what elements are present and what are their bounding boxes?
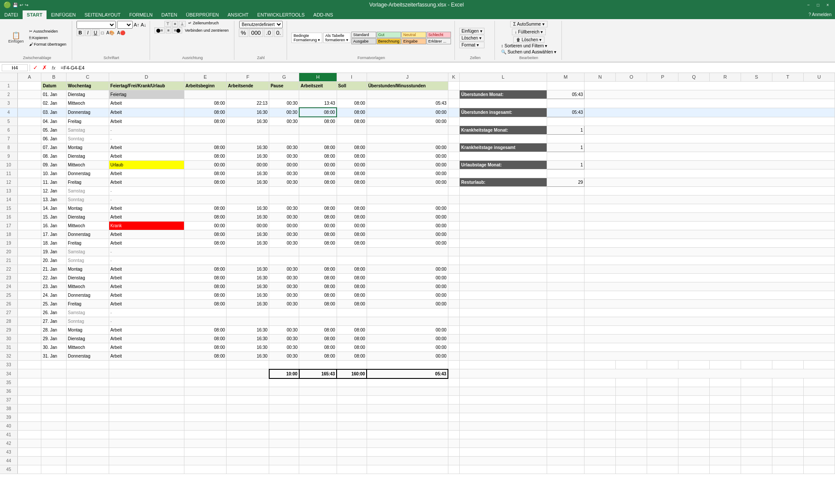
cell-G25[interactable]: 00:30 [269,291,299,300]
cell-L11[interactable] [459,169,547,178]
col-R-header[interactable]: R [710,73,741,82]
tab-ansicht[interactable]: ANSICHT [223,10,253,19]
cell-A6[interactable] [17,126,41,135]
tab-datei[interactable]: DATEI [0,10,23,19]
tab-addins[interactable]: ADD-INS [309,10,337,19]
cell-G23[interactable]: 00:30 [269,274,299,282]
cell-M27[interactable] [547,308,584,317]
formula-input[interactable] [59,64,833,71]
cell-C9[interactable]: Dienstag [67,152,109,161]
cell-J13[interactable] [367,187,448,196]
col-L-header[interactable]: L [459,73,547,82]
cell-C7[interactable]: Sonntag [67,135,109,143]
cell-B15[interactable]: 14. Jan [41,204,67,213]
cell-K28[interactable] [448,317,459,326]
cell-G17[interactable]: 00:00 [269,222,299,230]
cell-A11[interactable] [17,169,41,178]
cell-N2[interactable] [584,90,835,99]
btn-kopieren[interactable]: ⎘ Kopieren [27,35,68,41]
col-D-header[interactable]: D [109,73,184,82]
style-erklaerer[interactable]: Erklärer ... [427,38,451,44]
cell-I32[interactable]: 08:00 [337,352,367,361]
close-btn[interactable]: × [824,3,832,7]
cell-F28[interactable] [227,317,269,326]
cell-B13[interactable]: 12. Jan [41,187,67,196]
cell-H21[interactable] [299,256,337,265]
cell-G31[interactable]: 00:30 [269,343,299,352]
cell-J34[interactable]: 05:43 [367,369,448,378]
cell-M24[interactable] [547,282,584,291]
cell-B19[interactable]: 18. Jan [41,239,67,248]
btn-sortieren[interactable]: ↕ Sortieren und Filtern ▾ [499,43,558,49]
cell-B8[interactable]: 07. Jan [41,143,67,152]
cell-C31[interactable]: Mittwoch [67,343,109,352]
cell-N23[interactable] [584,274,835,282]
cell-C12[interactable]: Freitag [67,178,109,187]
cell-B1[interactable]: Datum [41,82,67,90]
cell-C4[interactable]: Donnerstag [67,108,109,117]
cell-G34[interactable]: 10:00 [269,369,299,378]
cell-B4[interactable]: 03. Jan [41,108,67,117]
cell-D30[interactable]: Arbeit [109,335,184,343]
cell-H2[interactable] [299,90,337,99]
cell-K19[interactable] [448,239,459,248]
cell-D16[interactable]: Arbeit [109,213,184,222]
cell-J29[interactable]: 00:00 [367,326,448,335]
col-N-header[interactable]: N [584,73,616,82]
dec-dec-btn[interactable]: 0. [274,29,283,37]
cell-L26[interactable] [459,300,547,308]
cell-B17[interactable]: 16. Jan [41,222,67,230]
cell-J2[interactable] [367,90,448,99]
cell-L2[interactable]: Überstunden Monat: [459,90,547,99]
cell-N19[interactable] [584,239,835,248]
cell-I24[interactable]: 08:00 [337,282,367,291]
cell-C2[interactable]: Dienstag [67,90,109,99]
btn-fuellbereich[interactable]: ↓ Füllbereich ▾ [512,29,546,35]
cell-A27[interactable] [17,308,41,317]
fx-button[interactable]: fx [50,65,57,70]
cell-I20[interactable] [337,248,367,256]
cell-I14[interactable] [337,196,367,204]
cell-J6[interactable] [367,126,448,135]
col-B-header[interactable]: B [41,73,67,82]
cell-F18[interactable]: 16:30 [227,230,269,239]
cell-E23[interactable]: 08:00 [184,274,227,282]
cell-E21[interactable] [184,256,227,265]
cell-C1[interactable]: Wochentag [67,82,109,90]
cell-D20[interactable]: - [109,248,184,256]
cell-L21[interactable] [459,256,547,265]
cell-E9[interactable]: 08:00 [184,152,227,161]
cell-A5[interactable] [17,117,41,126]
cell-M5[interactable] [547,117,584,126]
cell-J28[interactable] [367,317,448,326]
col-H-header[interactable]: H [299,73,337,82]
cell-M3[interactable] [547,99,584,108]
cell-E8[interactable]: 08:00 [184,143,227,152]
col-G-header[interactable]: G [269,73,299,82]
cell-M10[interactable]: 1 [547,161,584,169]
tab-entwicklertools[interactable]: ENTWICKLERTOOLS [253,10,309,19]
cell-I12[interactable]: 08:00 [337,178,367,187]
cell-G13[interactable] [269,187,299,196]
cell-J21[interactable] [367,256,448,265]
cell-H32[interactable]: 08:00 [299,352,337,361]
cell-D21[interactable]: - [109,256,184,265]
cell-K8[interactable] [448,143,459,152]
cell-D15[interactable]: Arbeit [109,204,184,213]
cell-N30[interactable] [584,335,835,343]
cell-I10[interactable]: 00:00 [337,161,367,169]
cell-K4[interactable] [448,108,459,117]
cell-J22[interactable]: 00:00 [367,265,448,274]
cell-E16[interactable]: 08:00 [184,213,227,222]
cell-A12[interactable] [17,178,41,187]
cell-J9[interactable]: 00:00 [367,152,448,161]
cell-F27[interactable] [227,308,269,317]
cell-E31[interactable]: 08:00 [184,343,227,352]
btn-loeschen-zelle[interactable]: Löschen ▾ [459,35,484,41]
cell-J31[interactable]: 00:00 [367,343,448,352]
cell-B16[interactable]: 15. Jan [41,213,67,222]
cell-L9[interactable] [459,152,547,161]
col-U-header[interactable]: U [803,73,835,82]
cell-N1[interactable] [584,82,835,90]
cell-B18[interactable]: 17. Jan [41,230,67,239]
